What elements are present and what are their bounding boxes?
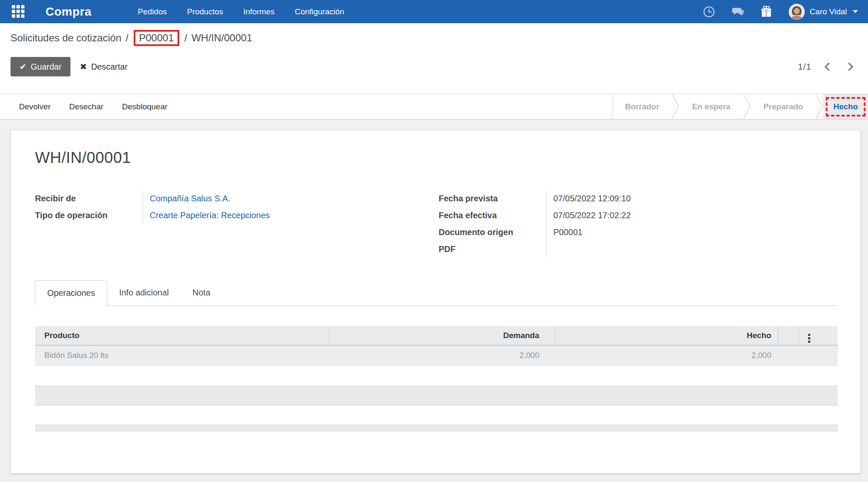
column-hecho[interactable]: Hecho	[555, 326, 778, 345]
operation-type-link[interactable]: Crearte Papelería: Recepciones	[143, 207, 439, 224]
tab-info-adicional[interactable]: Info adicional	[107, 280, 181, 306]
field-label: PDF	[439, 242, 456, 256]
scheduled-date-value[interactable]: 07/05/2022 12:09:10	[546, 190, 838, 207]
field-group-left: Recibir de Compañía Salus S.A. Tipo de o…	[35, 190, 439, 258]
cell-hecho[interactable]: 2,000	[555, 345, 778, 365]
desbloquear-button[interactable]: Desbloquear	[122, 102, 167, 111]
chevron-down-icon	[853, 10, 858, 13]
status-arrow-icon	[743, 94, 751, 119]
column-empty	[778, 326, 798, 345]
column-demanda[interactable]: Demanda	[329, 326, 555, 345]
gift-icon[interactable]	[760, 5, 773, 18]
cell-demanda[interactable]: 2,000	[329, 345, 555, 365]
save-button[interactable]: ✔ Guardar	[11, 57, 70, 76]
pager-next-icon[interactable]	[845, 62, 853, 71]
user-name: Caro Vidal	[810, 7, 847, 16]
menu-configuracion[interactable]: Configuración	[295, 7, 344, 16]
breadcrumb-current-record: WH/IN/00001	[191, 32, 252, 44]
menu-productos[interactable]: Productos	[187, 7, 223, 16]
notebook-tabs: Operaciones Info adicional Nota	[35, 280, 837, 306]
cell-empty	[778, 345, 798, 365]
status-pipeline: Borrador En espera Preparado Hecho	[612, 94, 868, 119]
apps-menu-icon[interactable]	[12, 5, 25, 19]
messages-icon[interactable]	[731, 5, 744, 18]
chatter-placeholder-bar-thin	[35, 425, 838, 431]
table-header-row: Producto Demanda Hecho	[35, 326, 838, 345]
form-sheet: WH/IN/00001 Recibir de Compañía Salus S.…	[11, 130, 861, 474]
check-icon: ✔	[19, 62, 27, 72]
field-recibir-de: Recibir de Compañía Salus S.A.	[35, 190, 439, 207]
breadcrumb: Solicitudes de cotización / P00001 / WH/…	[11, 30, 858, 46]
table-row[interactable]: Bidón Salus 20 lts 2,000 2,000	[35, 345, 838, 365]
field-pdf: PDF	[439, 241, 838, 258]
discard-button[interactable]: ✖ Descartar	[80, 62, 127, 72]
control-panel: Solicitudes de cotización / P00001 / WH/…	[0, 23, 868, 94]
column-producto[interactable]: Producto	[35, 326, 329, 345]
record-pager: 1/1	[798, 62, 858, 72]
devolver-button[interactable]: Devolver	[19, 102, 51, 111]
field-groups: Recibir de Compañía Salus S.A. Tipo de o…	[35, 190, 837, 258]
close-icon: ✖	[80, 62, 87, 72]
statusbar: Devolver Desechar Desbloquear Borrador E…	[0, 94, 868, 119]
pdf-value[interactable]	[546, 241, 838, 258]
record-title: WH/IN/00001	[35, 149, 837, 167]
top-navbar: Compra Pedidos Productos Informes Config…	[0, 0, 868, 23]
annotation-box-hecho: Hecho	[826, 97, 865, 116]
app-brand[interactable]: Compra	[46, 5, 92, 19]
tab-nota[interactable]: Nota	[181, 280, 222, 306]
breadcrumb-section[interactable]: Solicitudes de cotización	[11, 32, 121, 44]
breadcrumb-separator: /	[126, 32, 129, 44]
effective-date-value[interactable]: 07/05/2022 17:02:22	[546, 207, 838, 224]
field-group-right: Fecha prevista 07/05/2022 12:09:10 Fecha…	[439, 190, 838, 258]
field-tipo-operacion: Tipo de operación Crearte Papelería: Rec…	[35, 207, 439, 224]
status-step-hecho[interactable]: Hecho	[833, 102, 858, 111]
field-label: Recibir de	[35, 191, 76, 206]
activities-clock-icon[interactable]	[703, 5, 715, 18]
field-fecha-prevista: Fecha prevista 07/05/2022 12:09:10	[439, 190, 838, 207]
pager-previous-icon[interactable]	[825, 62, 833, 71]
cell-producto[interactable]: Bidón Salus 20 lts	[35, 345, 329, 365]
field-label: Tipo de operación	[35, 208, 108, 222]
breadcrumb-parent-record[interactable]: P00001	[139, 32, 174, 43]
tab-operaciones[interactable]: Operaciones	[35, 280, 107, 306]
desechar-button[interactable]: Desechar	[69, 102, 103, 111]
status-arrow-icon	[816, 94, 823, 119]
partner-link[interactable]: Compañía Salus S.A.	[143, 190, 439, 207]
source-document-value[interactable]: P00001	[546, 224, 838, 241]
user-avatar	[789, 4, 805, 20]
annotation-box-p00001: P00001	[134, 30, 180, 46]
status-step-en-espera[interactable]: En espera	[679, 94, 743, 119]
pager-counter: 1/1	[798, 62, 811, 72]
column-options	[798, 326, 838, 345]
content-area: WH/IN/00001 Recibir de Compañía Salus S.…	[0, 119, 868, 482]
main-menu: Pedidos Productos Informes Configuración	[138, 7, 344, 16]
status-step-preparado[interactable]: Preparado	[751, 94, 816, 119]
menu-informes[interactable]: Informes	[243, 7, 275, 16]
breadcrumb-separator: /	[184, 32, 187, 44]
chatter-placeholder-bar	[35, 386, 838, 406]
optional-columns-icon[interactable]	[808, 334, 810, 343]
cell-options	[798, 345, 838, 365]
operations-table: Producto Demanda Hecho Bidón Salus 20 lt…	[35, 326, 838, 366]
field-documento-origen: Documento origen P00001	[439, 224, 838, 241]
field-label: Fecha efectiva	[439, 208, 497, 222]
status-step-active-cell: Hecho	[823, 94, 868, 119]
field-label: Documento origen	[439, 225, 513, 239]
status-arrow-icon	[672, 94, 679, 119]
status-step-borrador[interactable]: Borrador	[612, 94, 672, 119]
menu-pedidos[interactable]: Pedidos	[138, 7, 167, 16]
user-menu[interactable]: Caro Vidal	[789, 4, 858, 20]
field-fecha-efectiva: Fecha efectiva 07/05/2022 17:02:22	[439, 207, 838, 224]
field-label: Fecha prevista	[439, 191, 498, 206]
